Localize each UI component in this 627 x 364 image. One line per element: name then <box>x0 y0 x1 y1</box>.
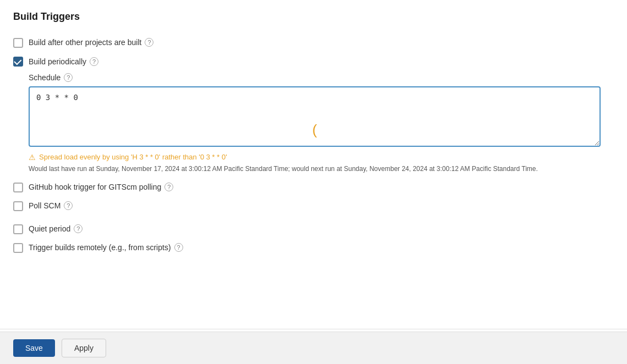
trigger-label-build-after: Build after other projects are built ? <box>29 38 153 47</box>
schedule-textarea-wrapper: 0 3 * * 0 ( <box>29 86 601 148</box>
help-icon-quiet-period[interactable]: ? <box>74 224 82 233</box>
main-container: Build Triggers Build after other project… <box>0 0 627 364</box>
checkbox-quiet-period[interactable] <box>13 224 23 234</box>
schedule-input[interactable]: 0 3 * * 0 <box>29 86 601 147</box>
trigger-children-schedule: Schedule ? 0 3 * * 0 ( ⚠ Spread load eve… <box>29 73 614 174</box>
save-button[interactable]: Save <box>13 339 55 357</box>
trigger-label-quiet-period: Quiet period ? <box>29 224 82 233</box>
trigger-item-github-hook: GitHub hook trigger for GITScm polling ? <box>13 178 614 197</box>
footer-divider <box>0 329 627 329</box>
trigger-item-build-after: Build after other projects are built ? <box>13 34 614 52</box>
trigger-label-github-hook: GitHub hook trigger for GITScm polling ? <box>29 183 173 191</box>
warning-box: ⚠ Spread load evenly by using 'H 3 * * 0… <box>29 153 601 174</box>
trigger-label-build-periodically: Build periodically ? <box>29 57 98 66</box>
schedule-info-text: Would last have run at Sunday, November … <box>29 164 601 174</box>
trigger-list: Build after other projects are built ? B… <box>13 34 614 257</box>
checkbox-github-hook[interactable] <box>13 183 23 192</box>
help-icon-build-periodically[interactable]: ? <box>90 57 98 66</box>
trigger-item-quiet-period: Quiet period ? <box>13 220 614 239</box>
help-icon-github-hook[interactable]: ? <box>164 183 173 191</box>
checkbox-poll-scm[interactable] <box>13 201 23 211</box>
checkbox-build-periodically[interactable] <box>13 57 23 67</box>
help-icon-schedule[interactable]: ? <box>64 73 73 82</box>
trigger-item-trigger-remote: Trigger builds remotely (e.g., from scri… <box>13 239 614 257</box>
trigger-item-poll-scm: Poll SCM ? <box>13 197 614 216</box>
help-icon-build-after[interactable]: ? <box>145 38 153 47</box>
trigger-label-poll-scm: Poll SCM ? <box>29 201 73 210</box>
trigger-header-build-periodically: Build periodically ? <box>13 52 614 71</box>
apply-button[interactable]: Apply <box>62 339 106 357</box>
footer-bar: Save Apply <box>0 332 627 364</box>
warning-triangle-icon: ⚠ <box>29 153 36 162</box>
warning-text: Spread load evenly by using 'H 3 * * 0' … <box>39 153 227 161</box>
page-title: Build Triggers <box>13 11 614 23</box>
checkbox-trigger-remote[interactable] <box>13 243 23 253</box>
help-icon-poll-scm[interactable]: ? <box>64 201 73 210</box>
trigger-item-build-periodically: Build periodically ? Schedule ? 0 3 * * … <box>13 52 614 178</box>
help-icon-trigger-remote[interactable]: ? <box>174 243 183 252</box>
schedule-label: Schedule ? <box>29 73 614 82</box>
checkbox-build-after[interactable] <box>13 38 23 48</box>
warning-line: ⚠ Spread load evenly by using 'H 3 * * 0… <box>29 153 601 162</box>
content-area: Build Triggers Build after other project… <box>0 0 627 327</box>
trigger-label-trigger-remote: Trigger builds remotely (e.g., from scri… <box>29 243 183 252</box>
